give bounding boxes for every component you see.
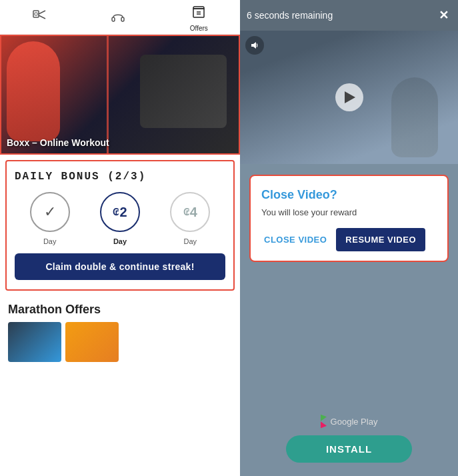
nav-item-offers[interactable]: Offers <box>190 5 208 32</box>
day-circle-2: ₢ 2 <box>100 192 140 232</box>
headphones-icon <box>111 9 125 28</box>
day-circle-1: ✓ <box>30 192 70 232</box>
close-x-button[interactable]: ✕ <box>436 5 451 25</box>
modal-title: Close Video? <box>261 188 437 202</box>
svg-rect-6 <box>193 9 204 17</box>
hero-figure-left <box>7 41 60 141</box>
hero-background <box>0 35 240 155</box>
marathon-img-bg-2 <box>65 322 119 362</box>
circle-front: ₢ 4 <box>170 192 210 232</box>
svg-line-2 <box>39 11 45 14</box>
modal-subtitle: You will lose your reward <box>261 207 437 217</box>
bonus-days: ✓ Day ₢ 2 Day <box>15 192 225 245</box>
marathon-images <box>8 322 232 362</box>
stacked-circles: ₢ 4 <box>170 192 210 232</box>
svg-rect-1 <box>35 13 37 15</box>
right-panel: 6 seconds remaining ✕ Close Video? You w… <box>240 0 458 476</box>
offers-label: Offers <box>190 25 208 32</box>
google-play-logo: Google Play <box>321 414 378 429</box>
ad-bottom-area: Google Play INSTALL <box>240 273 458 476</box>
marathon-section: Marathon Offers <box>0 296 240 366</box>
svg-rect-0 <box>33 11 39 17</box>
marathon-title: Marathon Offers <box>8 303 232 317</box>
marathon-image-1[interactable] <box>8 322 61 362</box>
left-panel: Offers Boxx – Online Workout DAILY BONUS… <box>0 0 240 476</box>
top-nav: Offers <box>0 0 240 35</box>
nav-item-share[interactable] <box>32 9 47 28</box>
day-label-2: Day <box>113 237 127 245</box>
resume-video-button[interactable]: RESUME VIDEO <box>336 228 425 251</box>
svg-line-3 <box>39 15 45 19</box>
ad-figure <box>391 77 438 157</box>
close-video-modal: Close Video? You will lose your reward C… <box>249 175 449 262</box>
share-icon <box>32 9 47 28</box>
ad-top-bar: 6 seconds remaining ✕ <box>240 0 458 31</box>
daily-bonus-card: DAILY BONUS (2/3) ✓ Day ₢ 2 Day <box>5 160 235 291</box>
offers-icon <box>191 5 206 23</box>
play-triangle <box>345 91 355 103</box>
daily-bonus-title: DAILY BONUS (2/3) <box>15 171 225 183</box>
coin-symbol-2: ₢ <box>113 207 119 217</box>
day-amount-3: ₢ 4 <box>183 205 197 220</box>
volume-icon[interactable] <box>245 36 264 55</box>
hero-image: Boxx – Online Workout <box>0 35 240 155</box>
marathon-image-2[interactable] <box>65 322 119 362</box>
bonus-day-1: ✓ Day <box>30 192 70 245</box>
play-icon[interactable] <box>335 83 363 111</box>
marathon-img-bg-1 <box>8 322 61 362</box>
close-video-button[interactable]: CLOSE VIDEO <box>261 231 329 249</box>
bonus-day-3: ₢ 4 Day <box>170 192 210 245</box>
ad-video-area[interactable] <box>240 31 458 164</box>
svg-rect-5 <box>121 17 124 21</box>
bonus-day-2: ₢ 2 Day <box>100 192 140 245</box>
check-icon: ✓ <box>44 203 56 221</box>
hero-title: Boxx – Online Workout <box>7 137 109 148</box>
svg-rect-4 <box>112 17 115 21</box>
google-play-label: Google Play <box>331 417 378 427</box>
hero-figure-right <box>140 55 227 128</box>
claim-button[interactable]: Claim double & continue streak! <box>15 253 225 280</box>
install-button[interactable]: INSTALL <box>286 435 412 463</box>
seconds-remaining-text: 6 seconds remaining <box>247 10 333 21</box>
nav-item-headphones[interactable] <box>111 9 125 28</box>
modal-buttons: CLOSE VIDEO RESUME VIDEO <box>261 228 437 251</box>
day-amount-2: ₢ 2 <box>113 205 127 220</box>
day-label-3: Day <box>184 237 197 245</box>
hero-red-line <box>107 35 109 155</box>
day-label-1: Day <box>43 237 57 245</box>
coin-symbol-3: ₢ <box>183 207 189 217</box>
